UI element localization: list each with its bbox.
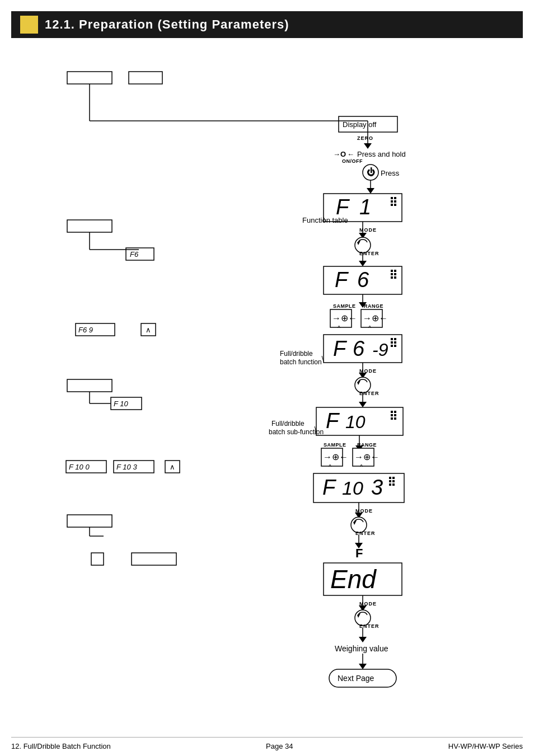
svg-rect-50: [394, 276, 396, 279]
svg-text:SAMPLE: SAMPLE: [333, 303, 356, 309]
svg-text:ON/OFF: ON/OFF: [342, 158, 363, 164]
svg-text:F6  9: F6 9: [78, 326, 93, 334]
svg-text:←: ←: [347, 150, 354, 158]
svg-text:SAMPLE: SAMPLE: [324, 442, 346, 448]
svg-rect-84: [67, 379, 112, 392]
svg-rect-96: [391, 417, 393, 420]
svg-text:⏻: ⏻: [367, 167, 375, 177]
svg-marker-41: [359, 261, 367, 266]
svg-marker-148: [359, 637, 367, 642]
svg-text:F 10: F 10: [114, 400, 129, 408]
svg-text:O: O: [340, 150, 346, 158]
svg-marker-0: [25, 21, 34, 28]
svg-text:Press: Press: [381, 169, 400, 177]
svg-text:→⊕←: →⊕←: [332, 313, 357, 323]
svg-text:RANGE: RANGE: [364, 303, 383, 309]
svg-text:F 10  3: F 10 3: [116, 463, 137, 471]
svg-rect-125: [389, 483, 391, 486]
footer: 12. Full/Dribble Batch Function Page 34 …: [11, 737, 523, 750]
svg-rect-73: [391, 345, 393, 347]
svg-rect-93: [394, 411, 396, 413]
svg-text:10: 10: [345, 412, 366, 432]
svg-rect-71: [391, 341, 393, 344]
svg-rect-27: [391, 204, 393, 206]
svg-text:10: 10: [342, 477, 363, 499]
svg-text:→⊕←: →⊕←: [363, 313, 388, 323]
svg-text:Full/dribble: Full/dribble: [280, 350, 313, 358]
footer-center: Page 34: [266, 742, 293, 750]
svg-rect-124: [392, 480, 395, 482]
svg-rect-123: [389, 480, 391, 482]
svg-rect-137: [91, 553, 104, 565]
svg-rect-121: [389, 477, 391, 479]
svg-rect-25: [391, 200, 393, 203]
svg-rect-97: [394, 417, 396, 420]
svg-marker-9: [364, 143, 372, 149]
header-title: 12.1. Preparation (Setting Parameters): [45, 17, 289, 32]
svg-rect-46: [394, 270, 396, 272]
svg-text:→⊕←: →⊕←: [323, 452, 348, 462]
svg-rect-92: [391, 411, 393, 413]
svg-text:→⊕←: →⊕←: [354, 452, 380, 462]
diagram: Display off Display off ZERO → O ← Press…: [11, 49, 523, 721]
footer-right: HV-WP/HW-WP Series: [448, 742, 523, 750]
svg-text:3: 3: [371, 476, 383, 499]
svg-rect-138: [132, 553, 176, 565]
svg-text:MODE: MODE: [359, 368, 377, 374]
svg-text:F6: F6: [130, 250, 139, 259]
svg-marker-19: [367, 188, 374, 194]
header-icon: [20, 16, 38, 34]
svg-marker-151: [359, 664, 367, 669]
svg-rect-94: [391, 414, 393, 416]
svg-text:Next Page: Next Page: [338, 674, 374, 683]
svg-text:Display off: Display off: [343, 120, 377, 129]
svg-text:∧: ∧: [170, 463, 175, 471]
svg-text:^: ^: [368, 325, 372, 331]
svg-text:1: 1: [359, 195, 371, 219]
svg-text:F: F: [336, 195, 350, 219]
footer-left: 12. Full/Dribble Batch Function: [11, 742, 111, 750]
svg-text:Full/dribble: Full/dribble: [271, 420, 305, 428]
svg-rect-45: [391, 270, 393, 272]
svg-text:F: F: [355, 546, 363, 560]
svg-rect-28: [394, 204, 396, 206]
svg-rect-49: [391, 276, 393, 279]
svg-text:End: End: [330, 565, 377, 594]
svg-text:Press and hold: Press and hold: [357, 150, 406, 158]
svg-text:^: ^: [329, 463, 332, 470]
header: 12.1. Preparation (Setting Parameters): [11, 11, 523, 38]
svg-text:MODE: MODE: [359, 601, 377, 607]
svg-text:6: 6: [353, 337, 365, 360]
svg-text:batch function: batch function: [280, 358, 322, 366]
svg-text:MODE: MODE: [355, 508, 373, 514]
svg-text:6: 6: [357, 268, 369, 292]
svg-rect-37: [67, 220, 112, 232]
svg-marker-88: [359, 402, 367, 407]
svg-rect-23: [391, 197, 393, 199]
svg-rect-2: [129, 72, 162, 84]
svg-rect-74: [394, 345, 396, 347]
svg-text:ZERO: ZERO: [357, 135, 373, 141]
svg-rect-122: [392, 477, 395, 479]
svg-text:^: ^: [360, 463, 363, 470]
svg-text:F 10  0: F 10 0: [69, 463, 90, 471]
svg-rect-133: [67, 515, 112, 527]
svg-text:F: F: [335, 268, 349, 292]
svg-text:^: ^: [338, 325, 341, 331]
svg-text:-9: -9: [372, 340, 388, 360]
svg-text:F: F: [322, 476, 336, 499]
svg-rect-95: [394, 414, 396, 416]
svg-rect-48: [394, 273, 396, 275]
svg-rect-69: [391, 338, 393, 340]
svg-text:∧: ∧: [146, 326, 151, 334]
svg-text:RANGE: RANGE: [357, 442, 377, 448]
svg-text:→: →: [333, 150, 340, 158]
svg-text:F: F: [326, 409, 340, 433]
svg-rect-26: [394, 200, 396, 203]
svg-text:MODE: MODE: [359, 227, 377, 233]
svg-rect-1: [67, 72, 112, 84]
svg-text:Weighing value: Weighing value: [335, 644, 388, 653]
svg-rect-24: [394, 197, 396, 199]
svg-rect-126: [392, 483, 395, 486]
svg-rect-72: [394, 341, 396, 344]
